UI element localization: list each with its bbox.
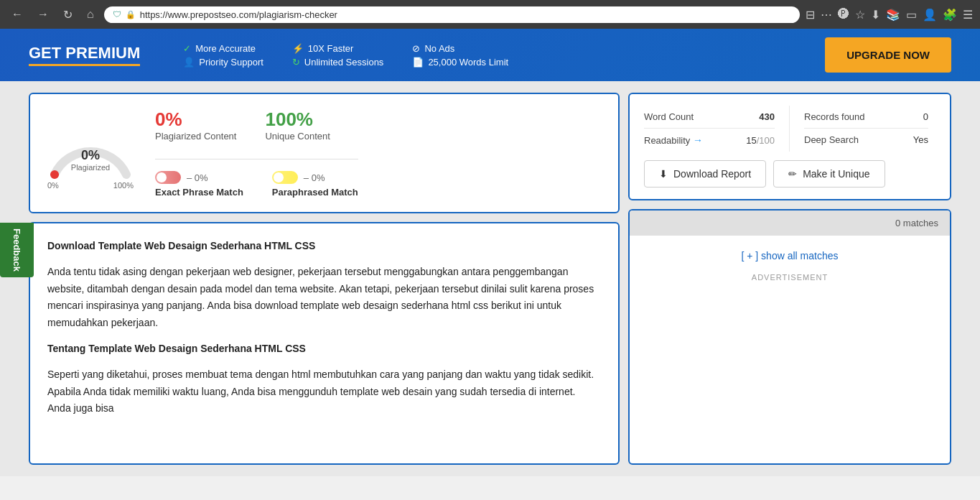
paraphrased-toggle[interactable] (272, 171, 298, 184)
unique-btn-label: Make it Unique (803, 168, 869, 180)
extensions-icon[interactable]: 🧩 (943, 8, 957, 22)
banner-features-col3: ⊘No Ads 📄25,000 Words Limit (412, 43, 825, 68)
advertisement-label: ADVERTISEMENT (644, 273, 935, 282)
url-text: https://www.prepostseo.com/plagiarism-ch… (140, 9, 791, 20)
gauge-labels: 0% 100% (47, 181, 134, 190)
pencil-icon: ✏ (788, 168, 797, 180)
feedback-tab[interactable]: Feedback (0, 223, 34, 277)
gauge-percent: 0% (71, 148, 110, 163)
text-content-card: Download Template Web Desaign Sederhana … (29, 222, 620, 465)
action-buttons: ⬇ Download Report ✏ Make it Unique (644, 160, 935, 188)
download-icon[interactable]: ⬇ (871, 8, 880, 22)
reload-button[interactable]: ↻ (59, 6, 77, 23)
word-count-row: Word Count 430 (644, 106, 775, 129)
forward-button[interactable]: → (33, 6, 53, 22)
plagiarized-label: Plagiarized Content (155, 131, 236, 142)
check-icon-1: ✓ (183, 43, 191, 54)
library-icon[interactable]: 📚 (886, 8, 900, 22)
menu-icon[interactable]: ⋯ (821, 8, 832, 22)
matches-card: 0 matches [ + ] show all matches ADVERTI… (628, 209, 951, 465)
sidebar-icon[interactable]: ▭ (906, 8, 917, 22)
deep-search-label: Deep Search (804, 134, 859, 145)
back-button[interactable]: ← (7, 6, 27, 22)
readability-arrow-icon: → (693, 134, 703, 146)
feedback-label: Feedback (11, 228, 22, 272)
divider (155, 159, 358, 159)
plagiarized-percent: 0% (155, 108, 236, 131)
exact-phrase-toggle[interactable] (155, 171, 181, 184)
results-card: 0% Plagiarized 0% 100% 0% Plagiarized Co… (29, 93, 620, 213)
user-icon: 👤 (183, 57, 195, 68)
exact-phrase-toggle-percent: – 0% (187, 172, 208, 183)
records-found-value: 0 (923, 111, 928, 122)
gauge-container: 0% Plagiarized 0% 100% (47, 124, 134, 182)
banner-title: GET PREMIUM (29, 44, 140, 66)
readability-value: 15/100 (746, 135, 775, 146)
records-found-label: Records found (804, 111, 865, 122)
stats-section: 0% Plagiarized Content 100% Unique Conte… (155, 108, 358, 198)
download-icon: ⬇ (659, 168, 668, 180)
content-para1: Anda tentu tidak asing dengan pekerjaan … (47, 264, 601, 332)
paraphrased-label: Paraphrased Match (272, 187, 358, 198)
shield-icon: 🛡 (113, 9, 121, 19)
address-bar[interactable]: 🛡 🔒 https://www.prepostseo.com/plagiaris… (104, 6, 800, 23)
exact-phrase-toggle-item: – 0% Exact Phrase Match (155, 171, 243, 198)
make-unique-button[interactable]: ✏ Make it Unique (773, 160, 885, 188)
content-heading2: Tentang Template Web Desaign Sederhana H… (47, 341, 601, 358)
no-ads-icon: ⊘ (412, 43, 420, 54)
bookmarks-icon[interactable]: ⊟ (806, 8, 815, 22)
banner-features-col1: ✓More Accurate 👤Priority Support (183, 43, 263, 68)
toggle-section: – 0% Exact Phrase Match – 0% Paraphrased… (155, 171, 358, 198)
stats-card: Word Count 430 Readability → 15/100 Reco… (628, 93, 951, 200)
gauge-center: 0% Plagiarized (71, 148, 110, 172)
hamburger-icon[interactable]: ☰ (963, 8, 973, 22)
refresh-icon: ↻ (292, 57, 300, 68)
lightning-icon: ⚡ (292, 43, 304, 54)
readability-row: Readability → 15/100 (644, 129, 775, 152)
stats-col-left: Word Count 430 Readability → 15/100 (644, 106, 790, 152)
deep-search-row: Deep Search Yes (804, 129, 928, 151)
records-found-row: Records found 0 (804, 106, 928, 129)
feature-2: Priority Support (199, 57, 263, 68)
content-heading1: Download Template Web Desaign Sederhana … (47, 238, 601, 255)
feature-1: More Accurate (195, 43, 256, 54)
feature-4: Unlimited Sessions (304, 57, 384, 68)
download-report-button[interactable]: ⬇ Download Report (644, 160, 766, 188)
word-count-value: 430 (759, 111, 775, 122)
profile-icon[interactable]: 👤 (923, 8, 937, 22)
matches-body: [ + ] show all matches ADVERTISEMENT (630, 236, 950, 296)
star-icon[interactable]: ☆ (855, 8, 865, 22)
browser-action-icons: ⊟ ⋯ 🅟 ☆ ⬇ 📚 ▭ 👤 🧩 ☰ (806, 8, 973, 22)
show-all-matches-link[interactable]: [ + ] show all matches (644, 250, 935, 261)
feature-6: 25,000 Words Limit (428, 57, 508, 68)
main-content: 0% Plagiarized 0% 100% 0% Plagiarized Co… (0, 81, 980, 476)
stats-grid: Word Count 430 Readability → 15/100 Reco… (644, 106, 935, 152)
matches-count: 0 matches (895, 218, 938, 228)
gauge-left-label: 0% (47, 181, 59, 190)
upgrade-now-button[interactable]: UPGRADE NOW (825, 37, 951, 73)
matches-header: 0 matches (630, 210, 950, 236)
content-para2: Seperti yang diketahui, proses membuat t… (47, 366, 601, 417)
browser-chrome: ← → ↻ ⌂ 🛡 🔒 https://www.prepostseo.com/p… (0, 0, 980, 29)
lock-icon: 🔒 (126, 10, 136, 19)
paraphrased-row: – 0% (272, 171, 358, 184)
readability-label: Readability → (644, 134, 703, 146)
gauge-right-label: 100% (113, 181, 134, 190)
home-button[interactable]: ⌂ (83, 6, 98, 22)
unique-stat: 100% Unique Content (265, 108, 330, 142)
unique-label: Unique Content (265, 131, 330, 142)
stats-col-right: Records found 0 Deep Search Yes (790, 106, 935, 152)
plagiarized-stat: 0% Plagiarized Content (155, 108, 236, 142)
feature-5: No Ads (424, 43, 454, 54)
premium-banner: GET PREMIUM ✓More Accurate 👤Priority Sup… (0, 29, 980, 81)
doc-icon: 📄 (412, 57, 424, 68)
paraphrased-toggle-percent: – 0% (304, 172, 325, 183)
exact-phrase-knob (157, 172, 167, 182)
exact-phrase-label: Exact Phrase Match (155, 187, 243, 198)
stats-percentages: 0% Plagiarized Content 100% Unique Conte… (155, 108, 358, 142)
pocket-icon[interactable]: 🅟 (838, 8, 849, 21)
gauge-label: Plagiarized (71, 163, 110, 172)
paraphrased-toggle-item: – 0% Paraphrased Match (272, 171, 358, 198)
download-btn-label: Download Report (673, 168, 751, 180)
left-panel: 0% Plagiarized 0% 100% 0% Plagiarized Co… (29, 93, 628, 465)
